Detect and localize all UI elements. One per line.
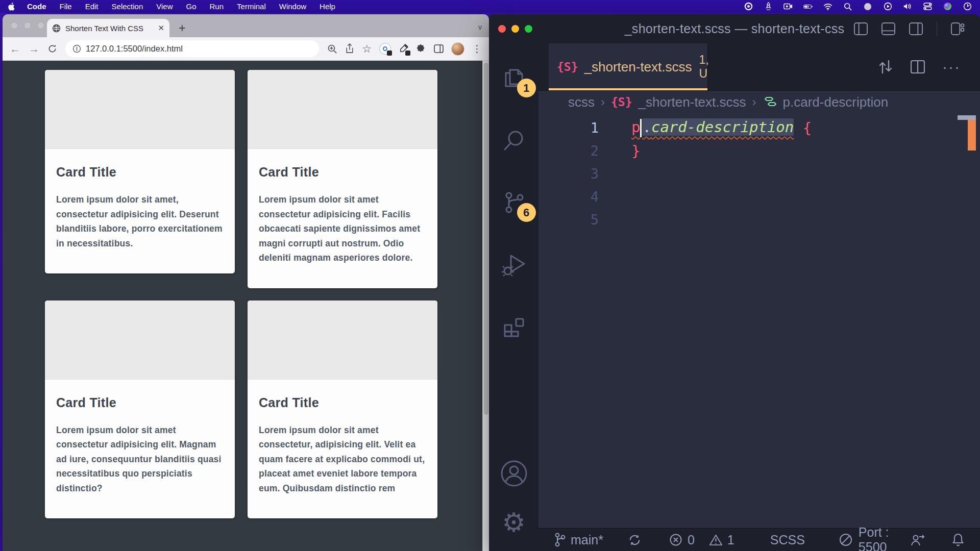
menu-item-file[interactable]: File <box>60 2 72 11</box>
new-tab-button[interactable]: + <box>179 22 185 34</box>
siri-icon[interactable] <box>943 2 952 11</box>
browser-tab[interactable]: Shorten Text With CSS ✕ <box>47 19 169 37</box>
scss-file-icon: {S} <box>557 60 578 73</box>
warnings-icon <box>709 534 723 546</box>
minimize-window-button[interactable] <box>511 25 519 33</box>
language-mode[interactable]: SCSS <box>770 533 805 547</box>
screen-record-icon[interactable] <box>744 2 753 11</box>
editor-tab[interactable]: {S} _shorten-text.scss 1, U <box>549 43 708 90</box>
errors-count: 0 <box>688 533 695 547</box>
browser-traffic-lights[interactable] <box>11 22 44 29</box>
customize-layout-icon[interactable] <box>951 22 965 35</box>
card-image-placeholder <box>45 300 235 380</box>
scrollbar-thumb[interactable] <box>484 63 488 415</box>
clock-icon[interactable] <box>963 2 972 11</box>
split-editor-icon[interactable] <box>911 60 925 73</box>
vscode-titlebar[interactable]: _shorten-text.scss — shorten-text-css <box>489 14 980 43</box>
control-center-icon[interactable] <box>923 2 932 11</box>
card-grid: Card Title Lorem ipsum dolor sit amet, c… <box>45 70 489 518</box>
account-icon[interactable] <box>500 459 528 488</box>
card-title: Card Title <box>56 165 224 180</box>
apple-icon[interactable] <box>8 2 16 11</box>
tab-close-icon[interactable]: ✕ <box>158 23 164 33</box>
source-control-icon[interactable]: 6 <box>501 189 527 216</box>
tab-overflow-chevron-icon[interactable]: v <box>478 23 482 31</box>
card-title: Card Title <box>56 395 224 410</box>
code-line-1[interactable]: 1 p.card-description { <box>538 116 980 139</box>
zoom-icon[interactable] <box>327 44 337 54</box>
toggle-panel-icon[interactable] <box>881 22 895 35</box>
page-scrollbar[interactable] <box>482 61 489 551</box>
wifi-icon[interactable] <box>823 2 832 11</box>
code-line-2[interactable]: 2 } <box>538 139 980 162</box>
overflow-menu-icon[interactable]: ⋮ <box>472 43 482 55</box>
menu-item-view[interactable]: View <box>156 2 173 11</box>
breadcrumb-symbol[interactable]: p.card-description <box>783 94 889 110</box>
code-line-5[interactable]: 5 <box>538 208 980 231</box>
settings-gear-icon[interactable]: ⚙ <box>502 509 526 536</box>
zoom-window-button[interactable] <box>525 25 532 33</box>
breadcrumb-folder[interactable]: scss <box>568 94 595 110</box>
warnings-count: 1 <box>727 533 734 547</box>
menu-item-app[interactable]: Code <box>27 2 46 11</box>
menu-item-terminal[interactable]: Terminal <box>237 2 266 11</box>
share-icon[interactable] <box>345 43 354 54</box>
code-line-4[interactable]: 4 <box>538 185 980 208</box>
card-description: Lorem ipsum dolor sit amet consectetur, … <box>259 423 426 496</box>
battery-icon[interactable] <box>803 2 813 11</box>
site-info-icon[interactable] <box>72 44 81 53</box>
rocket-icon[interactable] <box>764 2 773 11</box>
side-panel-icon[interactable] <box>434 44 444 53</box>
reload-button[interactable] <box>47 44 57 54</box>
extensions-icon[interactable] <box>501 314 527 340</box>
editor-scrollbar-slider[interactable] <box>958 115 976 120</box>
forward-button[interactable]: → <box>29 43 39 54</box>
play-circle-icon[interactable] <box>883 2 892 11</box>
activity-bar: 1 6 ⚙ <box>489 43 538 551</box>
toggle-secondary-sidebar-icon[interactable] <box>909 22 923 35</box>
vscode-traffic-lights[interactable] <box>498 25 532 33</box>
line-number: 1 <box>538 120 599 136</box>
chevron-right-icon: › <box>601 95 605 109</box>
git-branch-item[interactable]: main* <box>554 532 603 547</box>
code-editor[interactable]: 1 p.card-description { 2 } 3 4 5 <box>538 113 980 528</box>
minimize-window-button[interactable] <box>24 22 31 29</box>
web-page-content: Card Title Lorem ipsum dolor sit amet, c… <box>3 61 489 551</box>
profile-avatar[interactable] <box>451 42 464 56</box>
video-camera-icon[interactable] <box>783 2 793 11</box>
problems-item[interactable]: 0 1 <box>669 533 734 547</box>
menu-item-edit[interactable]: Edit <box>85 2 99 11</box>
run-debug-icon[interactable] <box>501 252 527 278</box>
url-text[interactable]: 127.0.0.1:5500/index.html <box>86 44 183 54</box>
macos-menubar: Code FileEditSelectionViewGoRunTerminalW… <box>0 0 980 13</box>
breadcrumb-file[interactable]: _shorten-text.scss <box>639 94 746 110</box>
notifications-bell-icon[interactable] <box>951 533 965 547</box>
menu-item-run[interactable]: Run <box>210 2 224 11</box>
more-actions-icon[interactable]: ··· <box>942 58 961 76</box>
password-key-icon[interactable] <box>379 43 391 55</box>
explorer-icon[interactable]: 1 <box>501 65 527 91</box>
feedback-icon[interactable] <box>910 533 925 547</box>
sync-icon[interactable] <box>628 533 642 547</box>
menu-item-window[interactable]: Window <box>279 2 306 11</box>
menu-item-help[interactable]: Help <box>320 2 335 11</box>
live-server-port[interactable]: Port : 5500 <box>839 525 910 551</box>
toggle-sidebar-icon[interactable] <box>854 22 868 35</box>
url-bar[interactable]: 127.0.0.1:5500/index.html <box>65 40 319 57</box>
eyedropper-icon[interactable] <box>399 44 408 54</box>
code-line-3[interactable]: 3 <box>538 162 980 185</box>
volume-icon[interactable] <box>903 2 912 11</box>
open-changes-icon[interactable] <box>878 59 893 75</box>
close-window-button[interactable] <box>11 22 18 29</box>
gray-dot-icon[interactable] <box>863 2 872 11</box>
close-window-button[interactable] <box>498 25 506 33</box>
menu-item-selection[interactable]: Selection <box>112 2 143 11</box>
extensions-puzzle-icon[interactable] <box>416 44 426 54</box>
search-icon[interactable] <box>501 127 527 154</box>
menu-item-go[interactable]: Go <box>186 2 197 11</box>
spotlight-search-icon[interactable] <box>843 2 852 11</box>
bookmark-star-icon[interactable]: ☆ <box>362 43 372 55</box>
back-button[interactable]: ← <box>10 43 20 54</box>
layout-controls <box>854 22 965 36</box>
zoom-window-button[interactable] <box>37 22 44 29</box>
